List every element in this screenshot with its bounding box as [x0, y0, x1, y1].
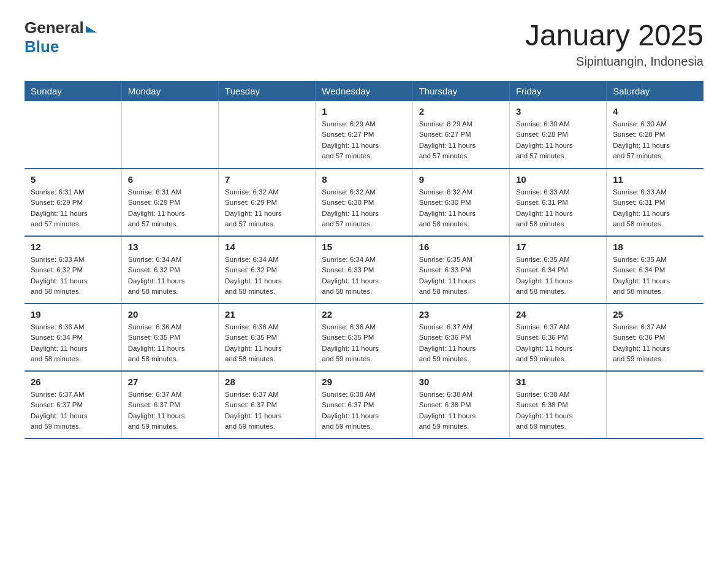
calendar-cell: 22Sunrise: 6:36 AM Sunset: 6:35 PM Dayli… — [316, 304, 412, 371]
day-number: 27 — [128, 377, 212, 387]
day-number: 10 — [516, 174, 600, 185]
month-title: January 2025 — [525, 18, 703, 52]
day-number: 23 — [419, 309, 503, 320]
day-number: 25 — [613, 309, 697, 320]
calendar-week-row: 12Sunrise: 6:33 AM Sunset: 6:32 PM Dayli… — [25, 236, 703, 304]
header-cell-wednesday: Wednesday — [316, 81, 412, 101]
day-number: 13 — [128, 242, 212, 252]
logo: General Blue — [25, 18, 97, 56]
day-number: 5 — [31, 174, 115, 185]
day-info: Sunrise: 6:31 AM Sunset: 6:29 PM Dayligh… — [31, 187, 115, 229]
header-cell-thursday: Thursday — [412, 81, 509, 101]
day-number: 19 — [31, 309, 115, 320]
calendar-cell: 14Sunrise: 6:34 AM Sunset: 6:32 PM Dayli… — [219, 236, 316, 304]
day-info: Sunrise: 6:34 AM Sunset: 6:32 PM Dayligh… — [128, 255, 212, 297]
day-info: Sunrise: 6:37 AM Sunset: 6:37 PM Dayligh… — [31, 389, 115, 432]
day-number: 30 — [419, 377, 503, 387]
calendar-cell: 13Sunrise: 6:34 AM Sunset: 6:32 PM Dayli… — [121, 236, 218, 304]
title-block: January 2025 Sipintuangin, Indonesia — [525, 18, 703, 69]
calendar-cell: 11Sunrise: 6:33 AM Sunset: 6:31 PM Dayli… — [607, 169, 703, 236]
day-number: 2 — [419, 106, 503, 117]
day-info: Sunrise: 6:36 AM Sunset: 6:35 PM Dayligh… — [128, 322, 212, 364]
page-header: General Blue January 2025 Sipintuangin, … — [25, 18, 703, 69]
day-info: Sunrise: 6:29 AM Sunset: 6:27 PM Dayligh… — [322, 119, 406, 161]
day-info: Sunrise: 6:34 AM Sunset: 6:33 PM Dayligh… — [322, 255, 406, 297]
day-info: Sunrise: 6:37 AM Sunset: 6:36 PM Dayligh… — [419, 322, 503, 364]
day-info: Sunrise: 6:37 AM Sunset: 6:37 PM Dayligh… — [128, 389, 212, 432]
calendar-cell: 27Sunrise: 6:37 AM Sunset: 6:37 PM Dayli… — [121, 371, 218, 439]
calendar-cell: 1Sunrise: 6:29 AM Sunset: 6:27 PM Daylig… — [316, 101, 412, 169]
day-number: 9 — [419, 174, 503, 185]
day-info: Sunrise: 6:32 AM Sunset: 6:30 PM Dayligh… — [419, 187, 503, 229]
calendar-cell: 30Sunrise: 6:38 AM Sunset: 6:38 PM Dayli… — [412, 371, 509, 439]
day-info: Sunrise: 6:35 AM Sunset: 6:34 PM Dayligh… — [516, 255, 600, 297]
calendar-week-row: 5Sunrise: 6:31 AM Sunset: 6:29 PM Daylig… — [25, 169, 703, 236]
calendar-cell — [25, 101, 121, 169]
day-number: 3 — [516, 106, 600, 117]
day-number: 28 — [225, 377, 309, 387]
day-number: 1 — [322, 106, 406, 117]
day-number: 14 — [225, 242, 309, 252]
calendar-cell: 10Sunrise: 6:33 AM Sunset: 6:31 PM Dayli… — [509, 169, 606, 236]
calendar-week-row: 1Sunrise: 6:29 AM Sunset: 6:27 PM Daylig… — [25, 101, 703, 169]
day-number: 11 — [613, 174, 697, 185]
day-number: 16 — [419, 242, 503, 252]
calendar-cell: 12Sunrise: 6:33 AM Sunset: 6:32 PM Dayli… — [25, 236, 121, 304]
day-number: 21 — [225, 309, 309, 320]
location-text: Sipintuangin, Indonesia — [525, 55, 703, 69]
day-number: 7 — [225, 174, 309, 185]
header-row: SundayMondayTuesdayWednesdayThursdayFrid… — [25, 81, 703, 101]
logo-arrow-icon — [86, 26, 97, 33]
calendar-week-row: 19Sunrise: 6:36 AM Sunset: 6:34 PM Dayli… — [25, 304, 703, 371]
header-cell-saturday: Saturday — [607, 81, 703, 101]
logo-general-text: General — [25, 18, 84, 37]
day-info: Sunrise: 6:36 AM Sunset: 6:34 PM Dayligh… — [31, 322, 115, 364]
calendar-header: SundayMondayTuesdayWednesdayThursdayFrid… — [25, 81, 703, 101]
calendar-cell: 28Sunrise: 6:37 AM Sunset: 6:37 PM Dayli… — [219, 371, 316, 439]
calendar-cell — [219, 101, 316, 169]
day-info: Sunrise: 6:35 AM Sunset: 6:34 PM Dayligh… — [613, 255, 697, 297]
calendar-cell: 16Sunrise: 6:35 AM Sunset: 6:33 PM Dayli… — [412, 236, 509, 304]
day-info: Sunrise: 6:29 AM Sunset: 6:27 PM Dayligh… — [419, 119, 503, 161]
calendar-cell: 5Sunrise: 6:31 AM Sunset: 6:29 PM Daylig… — [25, 169, 121, 236]
day-number: 6 — [128, 174, 212, 185]
calendar-cell: 9Sunrise: 6:32 AM Sunset: 6:30 PM Daylig… — [412, 169, 509, 236]
day-info: Sunrise: 6:37 AM Sunset: 6:37 PM Dayligh… — [225, 389, 309, 432]
day-number: 20 — [128, 309, 212, 320]
day-number: 24 — [516, 309, 600, 320]
calendar-cell — [121, 101, 218, 169]
calendar-week-row: 26Sunrise: 6:37 AM Sunset: 6:37 PM Dayli… — [25, 371, 703, 439]
calendar-cell: 8Sunrise: 6:32 AM Sunset: 6:30 PM Daylig… — [316, 169, 412, 236]
day-info: Sunrise: 6:33 AM Sunset: 6:31 PM Dayligh… — [516, 187, 600, 229]
header-cell-tuesday: Tuesday — [219, 81, 316, 101]
day-info: Sunrise: 6:38 AM Sunset: 6:38 PM Dayligh… — [516, 389, 600, 432]
day-info: Sunrise: 6:32 AM Sunset: 6:30 PM Dayligh… — [322, 187, 406, 229]
calendar-cell: 15Sunrise: 6:34 AM Sunset: 6:33 PM Dayli… — [316, 236, 412, 304]
calendar-body: 1Sunrise: 6:29 AM Sunset: 6:27 PM Daylig… — [25, 101, 703, 439]
calendar-cell — [607, 371, 703, 439]
day-info: Sunrise: 6:32 AM Sunset: 6:29 PM Dayligh… — [225, 187, 309, 229]
calendar-cell: 18Sunrise: 6:35 AM Sunset: 6:34 PM Dayli… — [607, 236, 703, 304]
day-number: 29 — [322, 377, 406, 387]
day-info: Sunrise: 6:33 AM Sunset: 6:31 PM Dayligh… — [613, 187, 697, 229]
day-number: 26 — [31, 377, 115, 387]
day-info: Sunrise: 6:33 AM Sunset: 6:32 PM Dayligh… — [31, 255, 115, 297]
day-number: 22 — [322, 309, 406, 320]
day-info: Sunrise: 6:36 AM Sunset: 6:35 PM Dayligh… — [322, 322, 406, 364]
day-number: 15 — [322, 242, 406, 252]
calendar-cell: 26Sunrise: 6:37 AM Sunset: 6:37 PM Dayli… — [25, 371, 121, 439]
calendar-cell: 25Sunrise: 6:37 AM Sunset: 6:36 PM Dayli… — [607, 304, 703, 371]
day-number: 17 — [516, 242, 600, 252]
day-info: Sunrise: 6:31 AM Sunset: 6:29 PM Dayligh… — [128, 187, 212, 229]
day-info: Sunrise: 6:35 AM Sunset: 6:33 PM Dayligh… — [419, 255, 503, 297]
day-info: Sunrise: 6:34 AM Sunset: 6:32 PM Dayligh… — [225, 255, 309, 297]
logo-blue-text: Blue — [25, 37, 59, 56]
header-cell-monday: Monday — [121, 81, 218, 101]
header-cell-sunday: Sunday — [25, 81, 121, 101]
calendar-cell: 3Sunrise: 6:30 AM Sunset: 6:28 PM Daylig… — [509, 101, 606, 169]
day-info: Sunrise: 6:36 AM Sunset: 6:35 PM Dayligh… — [225, 322, 309, 364]
day-info: Sunrise: 6:38 AM Sunset: 6:38 PM Dayligh… — [419, 389, 503, 432]
calendar-cell: 4Sunrise: 6:30 AM Sunset: 6:28 PM Daylig… — [607, 101, 703, 169]
day-number: 31 — [516, 377, 600, 387]
day-info: Sunrise: 6:38 AM Sunset: 6:37 PM Dayligh… — [322, 389, 406, 432]
